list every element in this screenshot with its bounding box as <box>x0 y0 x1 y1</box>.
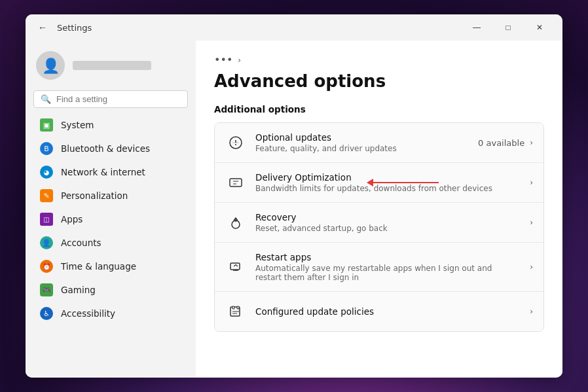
svg-rect-13 <box>232 306 234 309</box>
section-label: Additional options <box>214 104 544 115</box>
sidebar-label-bluetooth: Bluetooth & devices <box>61 143 150 154</box>
sidebar-label-network: Network & internet <box>61 167 145 177</box>
sidebar-item-network[interactable]: ◕ Network & internet <box>29 160 192 184</box>
recovery-text: Recovery Reset, advanced startup, go bac… <box>255 212 521 233</box>
sidebar-label-gaming: Gaming <box>61 285 96 295</box>
recovery-right: › <box>530 218 533 227</box>
svg-rect-14 <box>237 306 239 309</box>
titlebar-controls: — □ ✕ <box>462 17 555 38</box>
titlebar: ← Settings — □ ✕ <box>26 14 562 41</box>
settings-window: ← Settings — □ ✕ 👤 🔍 ▣ System B <box>26 14 562 378</box>
sidebar-item-accessibility[interactable]: ♿ Accessibility <box>29 302 192 325</box>
main-content: ••• › Advanced options Additional option… <box>196 41 562 378</box>
bluetooth-icon: B <box>40 142 53 155</box>
optional-updates-item[interactable]: Optional updates Feature, quality, and d… <box>215 123 543 163</box>
search-box[interactable]: 🔍 <box>33 90 188 108</box>
minimize-button[interactable]: — <box>462 17 492 38</box>
restart-apps-item[interactable]: Restart apps Automatically save my resta… <box>215 243 543 292</box>
sidebar-label-apps: Apps <box>61 214 83 224</box>
delivery-optimization-item[interactable]: Delivery Optimization Bandwidth limits f… <box>215 163 543 203</box>
network-icon: ◕ <box>40 166 53 179</box>
recovery-title: Recovery <box>255 212 521 223</box>
sidebar-label-accessibility: Accessibility <box>61 308 115 319</box>
delivery-optimization-chevron: › <box>530 178 533 187</box>
sidebar-item-gaming[interactable]: 🎮 Gaming <box>29 278 192 302</box>
system-icon: ▣ <box>40 118 53 132</box>
accounts-icon: 👤 <box>40 236 53 249</box>
configured-update-policies-item[interactable]: Configured update policies › <box>215 292 543 331</box>
restart-apps-right: › <box>530 262 533 272</box>
red-arrow-annotation <box>367 179 439 187</box>
breadcrumb-dots: ••• <box>214 54 232 66</box>
optional-updates-text: Optional updates Feature, quality, and d… <box>255 132 469 153</box>
sidebar-item-system[interactable]: ▣ System <box>29 113 192 137</box>
sidebar-item-time[interactable]: ⏰ Time & language <box>29 255 192 278</box>
restart-apps-icon <box>225 257 246 277</box>
sidebar-item-apps[interactable]: ◫ Apps <box>29 207 192 231</box>
restart-apps-title: Restart apps <box>255 252 521 262</box>
configured-update-policies-icon <box>225 301 246 322</box>
delivery-optimization-icon <box>225 172 246 193</box>
restart-apps-chevron: › <box>530 262 533 272</box>
breadcrumb: ••• › <box>214 54 544 66</box>
settings-list: Optional updates Feature, quality, and d… <box>214 122 544 332</box>
sidebar-label-personalization: Personalization <box>61 190 128 201</box>
back-button[interactable]: ← <box>33 18 52 37</box>
apps-icon: ◫ <box>40 213 53 226</box>
user-section: 👤 <box>26 46 196 90</box>
recovery-chevron: › <box>530 218 533 227</box>
configured-update-policies-right: › <box>530 307 533 316</box>
sidebar: 👤 🔍 ▣ System B Bluetooth & devices ◕ Net… <box>26 41 196 378</box>
sidebar-label-time: Time & language <box>61 261 136 272</box>
sidebar-item-bluetooth[interactable]: B Bluetooth & devices <box>29 137 192 160</box>
delivery-optimization-right: › <box>530 178 533 187</box>
configured-update-policies-text: Configured update policies <box>255 306 521 317</box>
configured-update-policies-title: Configured update policies <box>255 306 521 317</box>
sidebar-label-accounts: Accounts <box>61 238 101 248</box>
recovery-item[interactable]: Recovery Reset, advanced startup, go bac… <box>215 203 543 243</box>
optional-updates-title: Optional updates <box>255 132 469 143</box>
recovery-subtitle: Reset, advanced startup, go back <box>255 224 521 233</box>
sidebar-item-personalization[interactable]: ✎ Personalization <box>29 184 192 207</box>
arrow-head <box>367 179 373 187</box>
sidebar-label-system: System <box>61 120 94 130</box>
search-icon: 🔍 <box>41 94 51 104</box>
content-area: 👤 🔍 ▣ System B Bluetooth & devices ◕ Net… <box>26 41 562 378</box>
optional-updates-badge: 0 available <box>478 138 524 148</box>
accessibility-icon: ♿ <box>40 307 53 320</box>
recovery-icon <box>225 212 246 233</box>
optional-updates-chevron: › <box>530 138 533 147</box>
page-title: Advanced options <box>214 71 544 91</box>
personalization-icon: ✎ <box>40 189 53 202</box>
maximize-button[interactable]: □ <box>493 17 523 38</box>
optional-updates-icon <box>225 132 246 153</box>
breadcrumb-separator: › <box>238 56 241 65</box>
sidebar-item-accounts[interactable]: 👤 Accounts <box>29 231 192 255</box>
restart-apps-text: Restart apps Automatically save my resta… <box>255 252 521 282</box>
restart-apps-subtitle: Automatically save my restartable apps w… <box>255 264 521 282</box>
optional-updates-subtitle: Feature, quality, and driver updates <box>255 144 469 153</box>
titlebar-title: Settings <box>57 23 92 33</box>
search-input[interactable] <box>56 94 181 104</box>
svg-rect-9 <box>230 263 240 270</box>
gaming-icon: 🎮 <box>40 283 53 296</box>
arrow-line <box>373 182 439 183</box>
configured-update-policies-chevron: › <box>530 307 533 316</box>
svg-point-2 <box>235 144 236 145</box>
close-button[interactable]: ✕ <box>524 17 555 38</box>
time-icon: ⏰ <box>40 260 53 273</box>
svg-rect-4 <box>230 179 242 187</box>
username-bar <box>73 61 151 70</box>
avatar: 👤 <box>36 51 65 80</box>
optional-updates-right: 0 available › <box>478 138 533 148</box>
